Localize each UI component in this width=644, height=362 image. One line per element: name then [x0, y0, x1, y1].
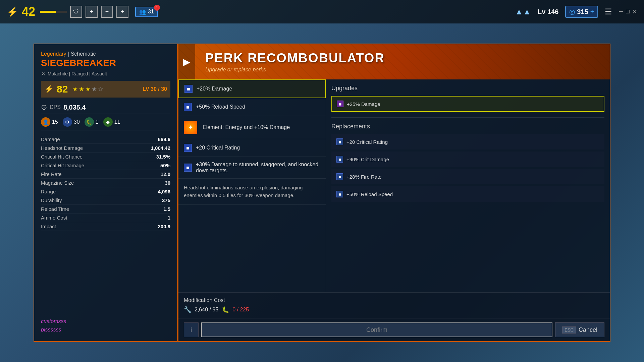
res-amount-2: 30: [74, 119, 80, 125]
quest-badge: 1: [154, 5, 160, 11]
maximize-btn[interactable]: □: [626, 8, 630, 15]
replacement-item[interactable]: ◼ +50% Reload Speed: [331, 186, 604, 202]
minimize-btn[interactable]: ─: [619, 8, 623, 15]
replacement-item[interactable]: ◼ +28% Fire Rate: [331, 169, 604, 184]
currency-plus-btn[interactable]: +: [590, 8, 594, 16]
recomb-header: ▶ PERK RECOMBOBULATOR Upgrade or replace…: [178, 44, 610, 79]
replacement-item[interactable]: ◼ +90% Crit Damage: [331, 152, 604, 167]
plus-btn-1[interactable]: +: [86, 6, 98, 18]
other-icon: 🐛: [222, 306, 229, 313]
section-separator: [331, 117, 604, 118]
perks-panel: ◼ +20% Damage ◼ +50% Reload Speed ✦ Elem…: [178, 79, 326, 292]
weapon-level: LV 30 / 30: [143, 86, 167, 92]
confirm-button[interactable]: Confirm: [201, 322, 552, 337]
stat-row: Range4,096: [41, 187, 170, 196]
header-arrow: ▶: [178, 44, 195, 79]
custom-text-1: customsss: [41, 318, 66, 324]
dps-row: ⊙ DPS 8,035.4: [41, 101, 170, 114]
upgrades-title: Upgrades: [331, 85, 604, 92]
topbar-right: ▲▲ Lv 146 ◎ 315 + ☰ ─ □ ✕: [515, 6, 637, 18]
resource-row: 👤 15 ⚙ 30 🐛 1 ◆ 11: [41, 117, 170, 130]
perk-item[interactable]: ✦ Element: Energy and +10% Damage: [178, 116, 326, 139]
upgrades-panel: Upgrades ◼ +25% Damage Replacements ◼ +2…: [326, 79, 610, 292]
resource-1: 👤 15: [41, 117, 58, 127]
weapon-level-row: ⚡ 82 ★ ★ ★ ★ ☆ LV 30 / 30: [41, 81, 170, 98]
perk-icon: ◼: [184, 103, 192, 111]
replacement-item[interactable]: ◼ +20 Critical Rating: [331, 134, 604, 149]
weapon-tags: ⚔ Malachite | Ranged | Assault: [41, 70, 170, 77]
stat-row: Reload Time1.5: [41, 205, 170, 214]
topbar: ⚡ 42 🛡 + + + 👥 31 1 ▲▲ Lv 146 ◎ 315 + ☰ …: [0, 0, 644, 23]
quest-section[interactable]: 👥 31 1: [135, 7, 158, 17]
resource-4: ◆ 11: [103, 117, 120, 127]
stat-row: Critical Hit Damage50%: [41, 161, 170, 170]
stat-row: Critical Hit Chance31.5%: [41, 153, 170, 161]
res-icon-1: 👤: [41, 117, 50, 127]
plus-btn-3[interactable]: +: [116, 6, 128, 18]
close-btn[interactable]: ✕: [632, 8, 637, 15]
schematic-cost: 2,640 / 95: [195, 307, 218, 313]
weapon-stars: ★ ★ ★ ★ ☆: [72, 85, 103, 93]
action-row: i Confirm ESC Cancel: [178, 318, 610, 341]
shield-icon-btn[interactable]: 🛡: [70, 6, 82, 18]
quest-icon: 👥: [139, 9, 146, 15]
currency-amount: 315: [577, 8, 588, 16]
info-button[interactable]: i: [184, 322, 199, 337]
recomb-panel: ▶ PERK RECOMBOBULATOR Upgrade or replace…: [178, 44, 610, 342]
content-area: ◼ +20% Damage ◼ +50% Reload Speed ✦ Elem…: [178, 79, 610, 292]
perk-item[interactable]: ◼ +20% Damage: [178, 79, 326, 98]
weapon-bolt-icon: ⚡: [44, 85, 53, 94]
custom-text-2: plssssss: [41, 327, 61, 333]
resource-3: 🐛 1: [85, 117, 99, 127]
plus-btn-2[interactable]: +: [101, 6, 113, 18]
stat-row: Impact200.9: [41, 222, 170, 231]
res-icon-2: ⚙: [63, 117, 72, 127]
dps-value: 8,035.4: [63, 104, 86, 111]
upgrade-icon: ◼: [337, 101, 343, 107]
perk-item[interactable]: ◼ +50% Reload Speed: [178, 98, 326, 116]
stat-row: Fire Rate12.0: [41, 170, 170, 179]
mod-cost-label: Modification Cost: [184, 297, 604, 303]
esc-label: ESC: [562, 326, 576, 334]
perk-icon: ◼: [184, 164, 192, 172]
res-icon-4: ◆: [103, 117, 113, 127]
cancel-button[interactable]: ESC Cancel: [555, 322, 604, 337]
weapon-rarity: Legendary | Schematic: [41, 51, 170, 57]
power-bar: [40, 11, 67, 13]
replacement-icon: ◼: [336, 191, 343, 197]
bolt-icon: ⚡: [7, 6, 18, 17]
perk-item[interactable]: ◼ +20 Critical Rating: [178, 139, 326, 157]
star-1: ★: [72, 85, 78, 93]
topbar-left: ⚡ 42 🛡 + + + 👥 31 1: [7, 5, 158, 19]
res-icon-3: 🐛: [85, 117, 94, 127]
perk-item[interactable]: ◼ +30% Damage to stunned, staggered, and…: [178, 157, 326, 179]
upgrade-item[interactable]: ◼ +25% Damage: [331, 96, 604, 112]
star-5: ☆: [98, 85, 103, 93]
rank-icon: ▲▲: [515, 7, 531, 16]
replacement-icon: ◼: [336, 138, 343, 145]
res-amount-3: 1: [96, 119, 99, 125]
recomb-title: PERK RECOMBOBULATOR: [205, 51, 600, 65]
recomb-subtitle: Upgrade or replace perks: [205, 67, 600, 73]
resource-2: ⚙ 30: [63, 117, 80, 127]
stats-list: Damage669.6Headshot Damage1,004.42Critic…: [41, 135, 170, 231]
power-level: 42: [22, 5, 35, 19]
quest-count: 31: [148, 9, 154, 15]
cancel-label: Cancel: [579, 326, 597, 334]
right-section: ▶ PERK RECOMBOBULATOR Upgrade or replace…: [178, 44, 610, 342]
perk-energy-icon: ✦: [184, 121, 197, 134]
other-cost: 0 / 225: [232, 307, 249, 313]
main-panel: Legendary | Schematic SIEGEBREAKER ⚔ Mal…: [34, 44, 610, 342]
schematic-icon: 🔧: [184, 306, 191, 313]
replacements-title: Replacements: [331, 123, 604, 130]
window-controls: ─ □ ✕: [619, 8, 637, 15]
vbucks-icon: ◎: [569, 8, 575, 16]
menu-button[interactable]: ☰: [605, 7, 612, 16]
mod-cost-items: 🔧 2,640 / 95 🐛 0 / 225: [184, 306, 604, 313]
weapon-power: 82: [57, 83, 68, 95]
perks-list: ◼ +20% Damage ◼ +50% Reload Speed ✦ Elem…: [178, 79, 326, 179]
level-display: Lv 146: [538, 8, 558, 16]
stat-row: Headshot Damage1,004.42: [41, 144, 170, 153]
star-4: ★: [92, 85, 97, 93]
stat-row: Durability375: [41, 196, 170, 205]
